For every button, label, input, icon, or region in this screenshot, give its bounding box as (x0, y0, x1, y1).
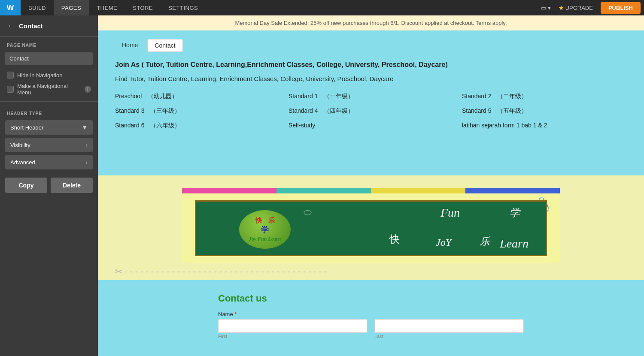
promo-banner: Memorial Day Sale Extended: 25% off new … (98, 15, 644, 30)
grid-item-latihan: latihan sejarah form 1 bab 1 & 2 (462, 120, 627, 131)
delete-button[interactable]: Delete (51, 178, 93, 193)
chalk-ball-text: 快 乐 学 Joy Fun Learn (249, 217, 281, 242)
page-name-input[interactable] (5, 52, 93, 65)
chalk-deco: ⬭ (304, 207, 312, 218)
info-icon: i (85, 86, 91, 93)
hide-nav-label: Hide in Navigation (17, 72, 63, 78)
bar-yellow (371, 188, 465, 193)
last-name-input[interactable] (374, 319, 524, 333)
sidebar-page-title: Contact (19, 22, 43, 30)
svg-marker-0 (559, 5, 564, 10)
grid-item-std1: Standard 1 （一年级） (289, 91, 453, 102)
last-name-group: Last (374, 319, 524, 339)
nav-store[interactable]: STORE (125, 0, 161, 15)
image-section: 📎 快 乐 学 Joy Fun Learn 快 Fun (98, 175, 644, 280)
chalk-ball: 快 乐 学 Joy Fun Learn (239, 210, 291, 249)
top-navigation: W BUILD PAGES THEME STORE SETTINGS ▭ ▾ U… (0, 0, 644, 15)
grid-item-std5: Standard 5 （五年级） (462, 106, 627, 117)
nav-links: BUILD PAGES THEME STORE SETTINGS (21, 0, 541, 15)
advanced-label: Advanced (10, 159, 35, 166)
colored-bars (182, 188, 560, 193)
grid-item-std3: Standard 3 （三年级） (115, 106, 280, 117)
main-layout: ← Contact PAGE NAME Hide in Navigation M… (0, 15, 644, 356)
chalkboard: 快 乐 学 Joy Fun Learn 快 Fun 学 JoY 乐 Learn (195, 200, 547, 256)
page-navigation: Home Contact (115, 39, 627, 52)
contact-section: Contact us Name * First Last (98, 280, 644, 356)
hide-nav-checkbox[interactable] (7, 72, 14, 78)
bar-pink (182, 188, 276, 193)
chalk-learn-text: 学 (510, 206, 520, 220)
grid-item-std2: Standard 2 （二年级） (462, 91, 627, 102)
page-content: Home Contact Join As ( Tutor, Tuition Ce… (98, 30, 644, 175)
last-label: Last (374, 334, 524, 339)
action-buttons: Copy Delete (0, 171, 98, 200)
chalk-le-text: 乐 (480, 235, 490, 248)
grid-item-preschool: Preschool （幼儿园） (115, 91, 280, 102)
logo-icon: W (7, 3, 14, 12)
advanced-row[interactable]: Advanced › (5, 155, 93, 169)
nav-home[interactable]: Home (115, 39, 145, 52)
nav-settings[interactable]: SETTINGS (161, 0, 206, 15)
sidebar-back-button[interactable]: ← Contact (0, 15, 98, 37)
header-type-label: HEADER TYPE (0, 105, 98, 118)
visibility-label: Visibility (10, 142, 30, 148)
chalk-fun-text: Fun (440, 206, 460, 220)
visibility-row[interactable]: Visibility › (5, 138, 93, 152)
nav-menu-row[interactable]: Make a Navigational Menu i (0, 81, 98, 98)
copy-button[interactable]: Copy (5, 178, 47, 193)
header-type-dropdown[interactable]: Short Header ▼ (5, 120, 93, 135)
grid-item-std6: Standard 6 （六年级） (115, 120, 280, 131)
chalk-learn2-text: Learn (500, 237, 529, 250)
nav-theme[interactable]: THEME (89, 0, 125, 15)
page-grid: Preschool （幼儿园） Standard 1 （一年级） Standar… (115, 91, 627, 131)
sidebar: ← Contact PAGE NAME Hide in Navigation M… (0, 15, 98, 356)
nav-build[interactable]: BUILD (21, 0, 54, 15)
back-arrow-icon: ← (7, 21, 15, 30)
first-name-group: First (218, 319, 368, 339)
page-heading2: Find Tutor, Tuition Centre, Learning, En… (115, 74, 627, 84)
chalk-joy-text: JoY (436, 237, 451, 248)
chalk-kuai-text: 快 (389, 232, 400, 246)
name-label: Name * (218, 311, 524, 317)
contact-heading: Contact us (218, 293, 524, 304)
header-type-value: Short Header (10, 124, 43, 131)
bar-teal (276, 188, 371, 193)
promo-text: Memorial Day Sale Extended: 25% off new … (235, 20, 507, 26)
required-star: * (234, 311, 237, 317)
nav-pages[interactable]: PAGES (54, 0, 89, 15)
nav-menu-label: Make a Navigational Menu (17, 83, 81, 96)
visibility-arrow-icon: › (85, 142, 88, 148)
nav-menu-checkbox[interactable] (7, 86, 14, 93)
dropdown-arrow-icon: ▼ (82, 124, 88, 131)
first-name-input[interactable] (218, 319, 368, 333)
upgrade-button[interactable]: UPGRADE (553, 5, 598, 11)
advanced-arrow-icon: › (85, 159, 88, 166)
publish-button[interactable]: PUBLISH (601, 2, 641, 14)
page-name-input-row (0, 50, 98, 69)
device-selector[interactable]: ▭ ▾ (541, 5, 551, 11)
grid-item-selfstudy: Self-study (289, 120, 453, 131)
first-label: First (218, 334, 368, 339)
page-heading1: Join As ( Tutor, Tuition Centre, Learnin… (115, 60, 627, 70)
page-name-label: PAGE NAME (0, 37, 98, 50)
nav-right: ▭ ▾ UPGRADE PUBLISH (541, 2, 644, 14)
scissors-divider: ✂ - - - - - - - - - - - - - - - - - - - … (98, 263, 644, 280)
preview-area: Memorial Day Sale Extended: 25% off new … (98, 15, 644, 356)
bar-blue (465, 188, 560, 193)
grid-item-std4: Standard 4 （四年级） (289, 106, 453, 117)
nav-contact[interactable]: Contact (147, 39, 182, 52)
hide-nav-row[interactable]: Hide in Navigation (0, 69, 98, 81)
name-form-row: First Last (218, 319, 524, 339)
upgrade-label: UPGRADE (565, 5, 593, 11)
logo[interactable]: W (0, 0, 21, 15)
